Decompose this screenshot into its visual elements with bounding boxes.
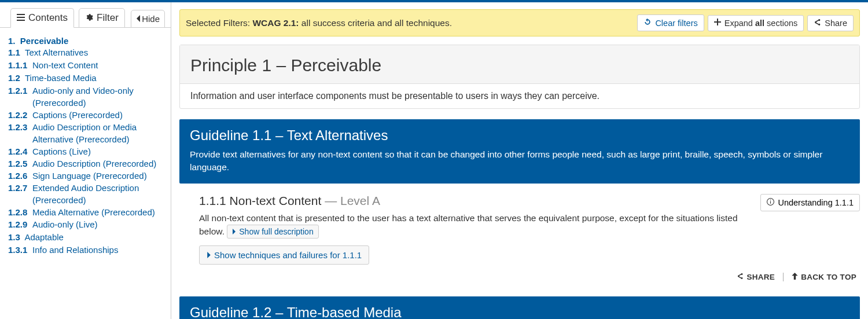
share-footer-label: SHARE [746, 273, 775, 281]
back-to-top-link[interactable]: BACK TO TOP [792, 273, 856, 281]
toc-num: 1.2.8 [8, 206, 28, 218]
toc-link[interactable]: Audio-only and Video-only (Prerecorded) [32, 85, 167, 109]
toc-scroll[interactable]: 1. Perceivable 1.1 Text Alternatives 1.1… [0, 28, 171, 319]
hide-label: Hide [142, 14, 160, 24]
toc-num: 1.2.2 [8, 109, 28, 121]
clear-filters-label: Clear filters [655, 19, 697, 28]
tab-contents-label: Contents [28, 12, 68, 24]
understanding-label: Understanding 1.1.1 [778, 198, 854, 207]
tab-filter[interactable]: Filter [79, 8, 125, 28]
toc-num: 1.2.4 [8, 145, 28, 157]
table-of-contents: 1. Perceivable 1.1 Text Alternatives 1.1… [0, 28, 171, 262]
svg-rect-2 [770, 200, 771, 200]
toc-link[interactable]: Media Alternative (Prerecorded) [32, 206, 167, 218]
sidebar-tabs: Contents Filter Hide [0, 2, 171, 28]
sc-description: All non-text content that is presented t… [199, 211, 745, 239]
guideline-description: Provide text alternatives for any non-te… [190, 148, 849, 174]
guideline-1-2: Guideline 1.2 – Time-based Media Provide… [179, 296, 860, 319]
show-techniques-button[interactable]: Show techniques and failures for 1.1.1 [199, 245, 369, 265]
toc-link[interactable]: Sign Language (Prerecorded) [32, 170, 167, 182]
toc-num: 1.2.3 [8, 121, 28, 145]
toc-link-perceivable[interactable]: Perceivable [20, 36, 68, 46]
chevron-right-icon [207, 250, 211, 260]
toc-link-text-alternatives[interactable]: Text Alternatives [25, 47, 88, 57]
understanding-button[interactable]: Understanding 1.1.1 [760, 194, 860, 211]
svg-rect-1 [770, 201, 771, 203]
success-criterion-1-1-1: 1.1.1 Non-text Content — Level A All non… [179, 184, 860, 270]
main-content: Selected Filters: WCAG 2.1: all success … [171, 2, 868, 319]
expand-label: Expand all sections [724, 19, 798, 28]
share-icon [737, 273, 744, 281]
info-icon [767, 198, 774, 207]
selected-filters-text: Selected Filters: WCAG 2.1: all success … [186, 18, 634, 28]
guideline-title: Guideline 1.2 – Time-based Media [190, 305, 849, 319]
principle-description: Information and user interface component… [180, 84, 859, 108]
plus-icon [714, 19, 721, 27]
refresh-icon [643, 18, 652, 28]
toc-num: 1.2.5 [8, 157, 28, 170]
toc-link[interactable]: Extended Audio Description (Prerecorded) [32, 182, 167, 206]
divider [783, 273, 784, 281]
tab-filter-label: Filter [97, 12, 119, 24]
toc-link-time-based-media[interactable]: Time-based Media [25, 73, 97, 83]
expand-all-button[interactable]: Expand all sections [708, 15, 804, 31]
hide-sidebar-button[interactable]: Hide [131, 10, 165, 28]
toc-num: 1.2 [8, 73, 20, 83]
clear-filters-button[interactable]: Clear filters [637, 14, 704, 31]
toc-link-adaptable[interactable]: Adaptable [24, 232, 64, 242]
principle-header: Principle 1 – Perceivable [180, 45, 859, 84]
show-techniques-label: Show techniques and failures for 1.1.1 [214, 250, 362, 260]
chevron-right-icon [232, 227, 236, 236]
show-full-description-button[interactable]: Show full description [227, 225, 318, 239]
guideline-1-1: Guideline 1.1 – Text Alternatives Provid… [179, 119, 860, 184]
chevron-left-icon [136, 14, 141, 24]
toc-link[interactable]: Captions (Live) [32, 145, 167, 157]
guideline-title: Guideline 1.1 – Text Alternatives [190, 127, 849, 144]
share-label: Share [825, 19, 847, 28]
sc-footer-links: SHARE BACK TO TOP [179, 270, 860, 286]
list-icon [17, 13, 25, 23]
toc-link[interactable]: Audio Description (Prerecorded) [32, 157, 167, 170]
toc-link[interactable]: Info and Relationships [32, 244, 167, 256]
share-link[interactable]: SHARE [737, 273, 775, 281]
principle-section: Principle 1 – Perceivable Information an… [179, 45, 860, 109]
toc-link[interactable]: Captions (Prerecorded) [32, 109, 167, 121]
back-to-top-label: BACK TO TOP [801, 273, 856, 281]
toc-num: 1.2.1 [8, 85, 28, 109]
toc-link[interactable]: Audio Description or Media Alternative (… [32, 121, 167, 145]
principle-title: Principle 1 – Perceivable [190, 56, 849, 75]
sidebar: Contents Filter Hide 1. [0, 2, 171, 319]
toc-num: 1.3.1 [8, 244, 28, 256]
sc-title: 1.1.1 Non-text Content — Level A [199, 194, 745, 208]
arrow-up-icon [792, 273, 798, 281]
gear-icon [85, 13, 93, 23]
tab-contents[interactable]: Contents [10, 8, 74, 28]
toc-num: 1.1.1 [8, 59, 28, 71]
share-button[interactable]: Share [807, 15, 854, 31]
toc-num: 1.1 [8, 47, 20, 57]
toc-num: 1.2.6 [8, 170, 28, 182]
share-icon [814, 19, 821, 28]
selected-filters-bar: Selected Filters: WCAG 2.1: all success … [179, 9, 860, 36]
toc-link[interactable]: Audio-only (Live) [32, 218, 167, 230]
toc-num: 1.2.9 [8, 218, 28, 230]
show-full-label: Show full description [239, 227, 313, 236]
toc-num: 1.2.7 [8, 182, 28, 206]
toc-num: 1.3 [8, 232, 20, 242]
toc-num: 1. [8, 36, 16, 46]
toc-link-non-text-content[interactable]: Non-text Content [32, 59, 167, 71]
